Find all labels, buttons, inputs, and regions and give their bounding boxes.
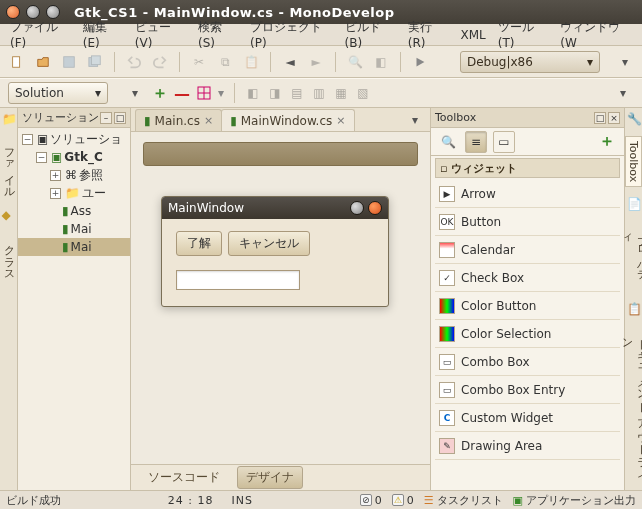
- menu-file[interactable]: ファイル (F): [4, 17, 77, 52]
- align-left-button[interactable]: ◧: [245, 85, 261, 101]
- align-right-button[interactable]: ▤: [289, 85, 305, 101]
- class-browser-button[interactable]: ◧: [370, 51, 392, 73]
- tree-node-solution[interactable]: − ▣ ソリューショ: [18, 130, 130, 148]
- solution-view-combo[interactable]: Solution▾: [8, 82, 108, 104]
- new-file-button[interactable]: [6, 51, 28, 73]
- toolbar2-overflow-button[interactable]: ▾: [612, 82, 634, 104]
- align-bottom-button[interactable]: ▧: [355, 85, 371, 101]
- toolbox-item-colorselection[interactable]: Color Selection: [435, 320, 620, 348]
- solution-overflow-button[interactable]: ▾: [124, 82, 146, 104]
- menu-run[interactable]: 実行 (R): [402, 17, 455, 52]
- save-button[interactable]: [58, 51, 80, 73]
- app-output-icon: ▣: [513, 494, 523, 507]
- panel-autohide-button[interactable]: –: [100, 112, 112, 124]
- copy-button[interactable]: ⧉: [214, 51, 236, 73]
- preview-minimize-icon[interactable]: [350, 201, 364, 215]
- gtk-designer-surface[interactable]: MainWindow 了解 キャンセル: [131, 132, 430, 464]
- run-button[interactable]: [409, 51, 431, 73]
- panel-close-button[interactable]: □: [114, 112, 126, 124]
- preview-window-titlebar[interactable]: MainWindow: [162, 197, 388, 219]
- nav-forward-button[interactable]: ►: [305, 51, 327, 73]
- tree-node-mainwindow[interactable]: ▮ Mai: [18, 238, 130, 256]
- save-all-button[interactable]: [84, 51, 106, 73]
- menu-search[interactable]: 検索 (S): [192, 17, 244, 52]
- toolbox-view-icons-button[interactable]: ▭: [493, 131, 515, 153]
- tab-close-icon[interactable]: ×: [336, 114, 345, 127]
- panel-autohide-button[interactable]: □: [594, 112, 606, 124]
- toolbox-category-widgets[interactable]: ▫ ウィジェット: [435, 158, 620, 178]
- folder-icon: 📁: [65, 186, 80, 200]
- toolbox-item-arrow[interactable]: ▶Arrow: [435, 180, 620, 208]
- mode-source-button[interactable]: ソースコード: [139, 466, 229, 489]
- tab-classes[interactable]: クラス: [0, 232, 18, 281]
- tasklist-pad-button[interactable]: ☰ タスクリスト: [424, 493, 503, 508]
- toolbox-item-comboboxentry[interactable]: ▭Combo Box Entry: [435, 376, 620, 404]
- tree-expander[interactable]: −: [22, 134, 33, 145]
- tabstrip-overflow-button[interactable]: ▾: [404, 109, 426, 131]
- item-label: Arrow: [461, 187, 496, 201]
- paste-button[interactable]: 📋: [240, 51, 262, 73]
- find-button[interactable]: 🔍: [344, 51, 366, 73]
- toolbar-separator: [335, 52, 336, 72]
- menu-edit[interactable]: 編集 (E): [77, 17, 129, 52]
- menu-xml[interactable]: XML: [454, 26, 491, 44]
- toolbox-item-button[interactable]: OKButton: [435, 208, 620, 236]
- tree-node-references[interactable]: + ⌘ 参照: [18, 166, 130, 184]
- redo-button[interactable]: [149, 51, 171, 73]
- tab-main-cs[interactable]: ▮ Main.cs ×: [135, 109, 222, 131]
- build-config-combo[interactable]: Debug|x86▾: [460, 51, 600, 73]
- tab-document-outline[interactable]: ドキュメント アウトライン: [617, 326, 643, 490]
- tree-node-assembly[interactable]: ▮ Ass: [18, 202, 130, 220]
- nav-back-button[interactable]: ◄: [279, 51, 301, 73]
- preview-text-entry[interactable]: [176, 270, 300, 290]
- toolbar-overflow-button[interactable]: ▾: [614, 51, 636, 73]
- toolbox-item-calendar[interactable]: Calendar: [435, 236, 620, 264]
- preview-close-icon[interactable]: [368, 201, 382, 215]
- tree-expander[interactable]: +: [50, 170, 61, 181]
- preview-cancel-button[interactable]: キャンセル: [228, 231, 310, 256]
- undo-button[interactable]: [123, 51, 145, 73]
- grid-toggle-button[interactable]: [196, 85, 212, 101]
- app-output-pad-button[interactable]: ▣ アプリケーション出力: [513, 493, 636, 508]
- align-top-button[interactable]: ▥: [311, 85, 327, 101]
- toolbox-item-colorbutton[interactable]: Color Button: [435, 292, 620, 320]
- cut-button[interactable]: ✂: [188, 51, 210, 73]
- designer-root-header[interactable]: [143, 142, 418, 166]
- remove-item-button[interactable]: —: [174, 85, 190, 101]
- align-center-button[interactable]: ◨: [267, 85, 283, 101]
- toolbox-view-list-button[interactable]: ≡: [465, 131, 487, 153]
- toolbox-search-button[interactable]: 🔍: [437, 131, 459, 153]
- tab-files[interactable]: ファイル: [0, 136, 18, 198]
- error-count-pill[interactable]: ⊘ 0: [360, 494, 382, 507]
- tree-node-project[interactable]: − ▣ Gtk_C: [18, 148, 130, 166]
- menu-build[interactable]: ビルド (B): [339, 17, 402, 52]
- solution-tree[interactable]: − ▣ ソリューショ − ▣ Gtk_C + ⌘ 参照 + 📁 ユー ▮ As: [18, 128, 130, 490]
- toolbox-item-combobox[interactable]: ▭Combo Box: [435, 348, 620, 376]
- tab-mainwindow-cs[interactable]: ▮ MainWindow.cs ×: [221, 109, 354, 131]
- toolbox-item-customwidget[interactable]: CCustom Widget: [435, 404, 620, 432]
- menu-window[interactable]: ウィンドウ (W: [554, 17, 638, 52]
- toolbox-add-button[interactable]: ＋: [596, 131, 618, 153]
- menu-view[interactable]: ビュー (V): [129, 17, 192, 52]
- add-item-button[interactable]: ＋: [152, 85, 168, 101]
- open-button[interactable]: [32, 51, 54, 73]
- tab-properties[interactable]: プロパティ: [617, 221, 643, 292]
- tree-expander[interactable]: −: [36, 152, 47, 163]
- warning-count-pill[interactable]: ⚠ 0: [392, 494, 414, 507]
- mode-designer-button[interactable]: デザイナ: [237, 466, 303, 489]
- toolbox-item-checkbox[interactable]: ✓Check Box: [435, 264, 620, 292]
- tab-toolbox[interactable]: Toolbox: [625, 136, 642, 187]
- tree-node-main[interactable]: ▮ Mai: [18, 220, 130, 238]
- preview-window-body[interactable]: 了解 キャンセル: [162, 219, 388, 306]
- menu-tools[interactable]: ツール (T): [492, 17, 554, 52]
- tree-node-userinterface[interactable]: + 📁 ユー: [18, 184, 130, 202]
- preview-ok-button[interactable]: 了解: [176, 231, 222, 256]
- tab-close-icon[interactable]: ×: [204, 114, 213, 127]
- menu-project[interactable]: プロジェクト (P): [244, 17, 339, 52]
- checkbox-icon: ✓: [439, 270, 455, 286]
- preview-window[interactable]: MainWindow 了解 キャンセル: [161, 196, 389, 307]
- panel-close-button[interactable]: ×: [608, 112, 620, 124]
- toolbox-item-drawingarea[interactable]: ✎Drawing Area: [435, 432, 620, 460]
- tree-expander[interactable]: +: [50, 188, 61, 199]
- align-middle-button[interactable]: ▦: [333, 85, 349, 101]
